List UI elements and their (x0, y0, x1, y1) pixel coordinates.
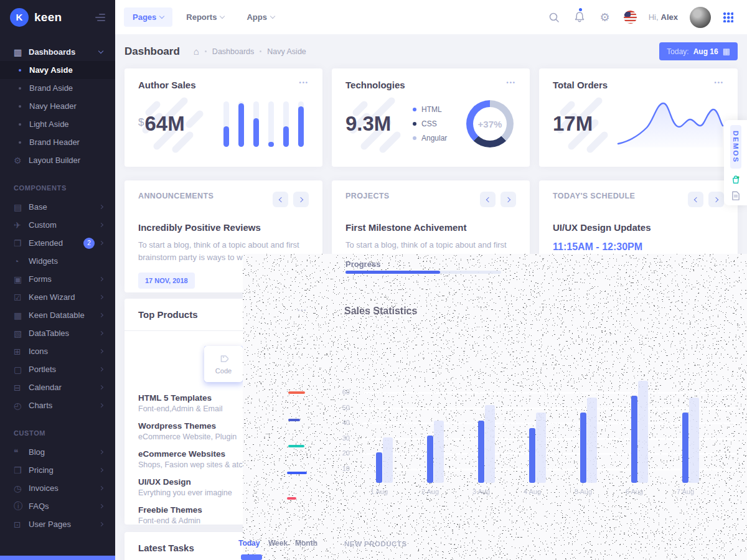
menu-item-apps[interactable]: Apps (238, 7, 283, 27)
mini-bar-track (283, 101, 289, 147)
mini-bar-track (268, 101, 274, 147)
wizard-icon: ☑ (14, 292, 29, 302)
sidebar-item-blog[interactable]: ❝ Blog (0, 443, 115, 461)
sidebar-item-icons[interactable]: ⊞ Icons (0, 342, 115, 360)
ghost-color-dash (287, 497, 296, 500)
demos-tab[interactable]: DEMOS (730, 125, 741, 169)
sidebar: K keen ▥ Dashboards Navy Aside Brand Asi… (0, 0, 115, 560)
sales-bar-secondary (638, 381, 648, 483)
document-icon[interactable] (731, 191, 741, 200)
sidebar-item-forms[interactable]: ▣ Forms (0, 270, 115, 288)
sidebar-nav: ▥ Dashboards Navy Aside Brand Aside Navy… (0, 34, 115, 533)
technologies-legend: HTML CSS Angular (413, 105, 447, 142)
keen-logo-icon[interactable]: K (10, 8, 29, 27)
bullet-icon (19, 105, 21, 108)
tasks-filter-today[interactable]: Today (238, 539, 260, 548)
sidebar-item-pricing[interactable]: ❒ Pricing (0, 461, 115, 479)
sidebar-item-widgets[interactable]: ◔ Widgets (0, 252, 115, 270)
next-arrow-button[interactable] (293, 192, 309, 207)
prev-arrow-button[interactable] (273, 192, 288, 207)
gift-icon: ⊞ (14, 347, 29, 357)
next-arrow-button[interactable] (708, 192, 724, 207)
tasks-filter-week[interactable]: Week (268, 539, 288, 548)
sidebar-item-brand-header[interactable]: Brand Header (0, 133, 115, 151)
y-axis-label: 40 (337, 419, 350, 426)
sidebar-item-portlets[interactable]: ▢ Portlets (0, 360, 115, 378)
card-label: ANNOUNCEMENTS (138, 192, 214, 200)
shopping-bag-icon[interactable] (730, 175, 741, 184)
sidebar-item-light-aside[interactable]: Light Aside (0, 115, 115, 133)
sidebar-item-dashboards[interactable]: ▥ Dashboards (0, 43, 115, 61)
project-heading[interactable]: First Milestone Achivement (345, 222, 516, 233)
card-menu-dots-icon[interactable]: ••• (507, 80, 516, 86)
search-icon[interactable] (547, 11, 561, 24)
user-name: Alex (661, 12, 678, 22)
tasks-filter-month[interactable]: Month (295, 539, 317, 548)
menu-item-pages[interactable]: Pages (124, 7, 172, 27)
sidebar-item-charts[interactable]: ◴ Charts (0, 396, 115, 414)
card-menu-dots-icon[interactable]: ••• (299, 80, 309, 86)
user-avatar[interactable] (690, 7, 711, 28)
tab-code[interactable]: Code (204, 346, 243, 382)
sales-bar (478, 421, 484, 483)
mini-bar-track (253, 101, 259, 147)
gridline (362, 422, 736, 424)
notifications-bell-icon[interactable] (573, 11, 586, 24)
prev-arrow-button[interactable] (480, 192, 496, 207)
tag-icon (218, 354, 228, 364)
id-card-icon: ⊡ (14, 520, 29, 530)
sidebar-item-calendar[interactable]: ⊟ Calendar (0, 378, 115, 396)
home-icon[interactable]: ⌂ (194, 46, 199, 57)
sidebar-item-navy-header[interactable]: Navy Header (0, 97, 115, 115)
sidebar-item-base[interactable]: ▤ Base (0, 198, 115, 216)
sidebar-bottom-strip (0, 556, 115, 560)
sales-bar (376, 452, 382, 483)
breadcrumb-dashboards[interactable]: Dashboards (212, 47, 254, 56)
brand: K keen (0, 0, 115, 34)
mini-bar-fill (223, 126, 229, 147)
menu-item-reports[interactable]: Reports (177, 7, 233, 27)
schedule-heading[interactable]: UI/UX Design Updates (553, 222, 724, 233)
sidebar-item-brand-aside[interactable]: Brand Aside (0, 79, 115, 97)
announcement-heading[interactable]: Incredibly Positive Reviews (138, 222, 309, 233)
copy-icon: ❐ (14, 238, 29, 248)
chevron-right-icon (99, 349, 103, 353)
sidebar-toggle-icon[interactable] (95, 14, 105, 21)
sidebar-item-extended[interactable]: ❐ Extended 2 (0, 234, 115, 252)
breadcrumb-navy-aside[interactable]: Navy Aside (267, 47, 306, 56)
sidebar-item-navy-aside[interactable]: Navy Aside (0, 61, 115, 79)
mini-bar-fill (298, 106, 304, 146)
sales-bar-secondary (434, 421, 444, 483)
chevron-right-icon (99, 241, 103, 245)
card-menu-dots-icon[interactable]: ••• (715, 80, 724, 86)
chevron-right-icon (99, 504, 103, 508)
sidebar-item-keen-wizard[interactable]: ☑ Keen Wizard (0, 288, 115, 306)
brand-name[interactable]: keen (34, 11, 62, 24)
chevron-right-icon (99, 450, 103, 454)
sidebar-item-custom[interactable]: ✈ Custom (0, 216, 115, 234)
prev-arrow-button[interactable] (688, 192, 703, 207)
ghost-color-dash (287, 472, 307, 474)
x-axis-label: 5 Aug (569, 488, 598, 495)
chevron-right-icon (99, 205, 103, 209)
sidebar-item-invoices[interactable]: ◷ Invoices (0, 479, 115, 497)
technologies-donut-chart: +37% (466, 100, 514, 147)
author-sales-bars (223, 101, 304, 147)
sidebar-item-faqs[interactable]: ⓘ FAQs (0, 497, 115, 515)
today-date-button[interactable]: Today: Aug 16 ▦ (659, 42, 738, 60)
settings-gear-icon[interactable]: ⚙ (598, 11, 612, 24)
bullet-icon (19, 69, 21, 72)
chevron-down-icon (270, 13, 275, 18)
bullet-icon (19, 87, 21, 90)
date-badge: 17 NOV, 2018 (138, 273, 195, 289)
forms-icon: ▣ (14, 274, 29, 284)
y-axis-label: 60 (337, 388, 350, 396)
sales-bar (580, 413, 586, 483)
sidebar-item-layout-builder[interactable]: ⚙ Layout Builder (0, 151, 115, 169)
sidebar-item-datatables[interactable]: ▧ DataTables (0, 324, 115, 342)
sidebar-item-keen-datatable[interactable]: ▦ Keen Datatable (0, 306, 115, 324)
next-arrow-button[interactable] (500, 192, 516, 207)
language-flag-icon[interactable] (624, 11, 637, 24)
apps-grid-icon[interactable] (723, 12, 733, 22)
sidebar-item-user-pages[interactable]: ⊡ User Pages (0, 515, 115, 533)
